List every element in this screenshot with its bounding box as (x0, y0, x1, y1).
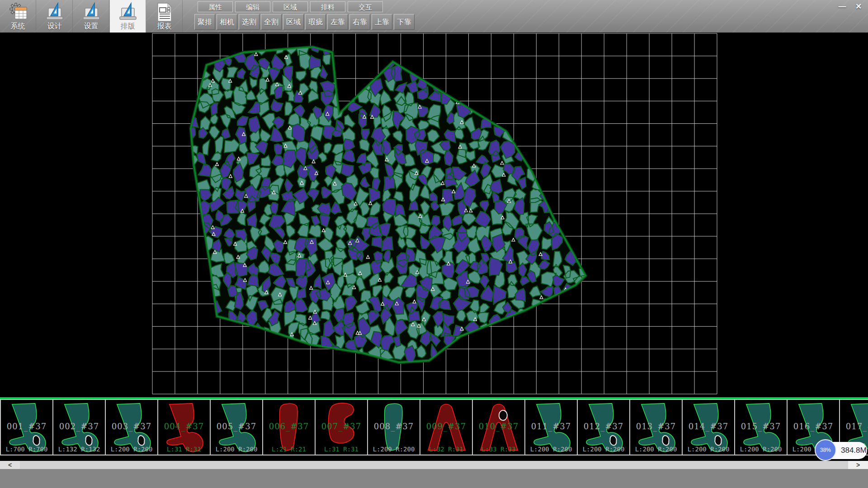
main-button-report[interactable]: 报表 (146, 0, 183, 33)
piece-label: 008_#37 (368, 422, 420, 431)
status-bar (0, 469, 868, 488)
tool-button-9[interactable]: 下靠 (394, 14, 415, 30)
piece-thumbnail-010_#37[interactable]: 010_#37L:33 R:33 (472, 399, 525, 455)
piece-label: 016_#37 (788, 422, 839, 431)
tool-button-5[interactable]: 瑕疵 (305, 14, 326, 30)
laptop-ruler-icon (44, 2, 65, 23)
piece-label: 012_#37 (578, 422, 629, 431)
piece-thumbnail-009_#37[interactable]: 009_#37L:32 R:31 (420, 399, 473, 455)
main-button-system[interactable]: 系统 (0, 0, 36, 33)
piece-counts: L:200 R:200 (578, 446, 629, 453)
piece-counts: L:31 R:31 (158, 446, 210, 453)
tool-button-6[interactable]: 左靠 (327, 14, 348, 30)
menu-item-3[interactable]: 排料 (310, 1, 345, 12)
nesting-app-window: 系统设计设置排版报表 属性编辑区域排料交互 聚排相机选割全割区域瑕疵左靠右靠上靠… (0, 0, 868, 488)
piece-thumbnail-002_#37[interactable]: 002_#37L:132 R:132 (52, 399, 106, 455)
main-button-nesting[interactable]: 排版 (110, 0, 146, 33)
main-button-design[interactable]: 设计 (37, 0, 73, 33)
piece-label: 001_#37 (1, 422, 52, 431)
piece-counts: L:700 R:700 (1, 446, 52, 453)
main-toolbar: 系统设计设置排版报表 属性编辑区域排料交互 聚排相机选割全割区域瑕疵左靠右靠上靠… (0, 0, 868, 33)
laptop-ruler-icon (118, 2, 138, 23)
menu-bar: 属性编辑区域排料交互 (198, 1, 383, 13)
tool-bar: 聚排相机选割全割区域瑕疵左靠右靠上靠下靠 (194, 14, 415, 30)
nesting-canvas[interactable] (0, 33, 868, 397)
piece-counts: L:32 R:31 (420, 446, 472, 453)
main-button-settings[interactable]: 设置 (73, 0, 109, 33)
horizontal-scrollbar[interactable]: < > (0, 461, 868, 469)
piece-label: 002_#37 (53, 422, 105, 431)
scroll-left-arrow-icon[interactable]: < (0, 461, 20, 469)
tool-button-0[interactable]: 聚排 (194, 14, 215, 30)
gear-table-icon (8, 2, 28, 23)
pieces-thumbnail-cells: 001_#37L:700 R:700002_#37L:132 R:132003_… (0, 399, 868, 455)
piece-thumbnail-008_#37[interactable]: 008_#37L:200 R:200 (367, 399, 420, 455)
piece-counts: L:200 R:200 (368, 446, 420, 453)
piece-label: 010_#37 (473, 422, 524, 431)
piece-counts: L:200 R:200 (735, 446, 787, 453)
menu-item-4[interactable]: 交互 (348, 1, 383, 12)
tool-button-2[interactable]: 选割 (239, 14, 259, 30)
nested-pieces (182, 37, 593, 366)
piece-thumbnail-004_#37[interactable]: 004_#37L:31 R:31 (157, 399, 211, 455)
main-button-label: 系统 (0, 22, 36, 31)
main-button-label: 设计 (37, 22, 72, 31)
piece-thumbnail-001_#37[interactable]: 001_#37L:700 R:700 (0, 399, 53, 455)
close-button[interactable]: ✕ (852, 1, 865, 12)
piece-thumbnail-014_#37[interactable]: 014_#37L:200 R:200 (682, 399, 735, 455)
tool-button-4[interactable]: 区域 (283, 14, 304, 30)
scroll-right-arrow-icon[interactable]: > (848, 461, 868, 469)
minimize-button[interactable]: — (835, 1, 849, 12)
window-controls: — ✕ (835, 1, 865, 12)
piece-counts: L:200 R:200 (630, 446, 682, 453)
main-button-label: 报表 (146, 22, 182, 31)
piece-thumbnail-013_#37[interactable]: 013_#37L:200 R:200 (629, 399, 683, 455)
piece-thumbnail-006_#37[interactable]: 006_#37L:21 R:21 (262, 399, 316, 455)
piece-thumbnail-012_#37[interactable]: 012_#37L:200 R:200 (577, 399, 630, 455)
piece-thumbnail-007_#37[interactable]: 007_#37L:31 R:31 (315, 399, 368, 455)
nesting-drawing (0, 33, 868, 397)
piece-label: 003_#37 (106, 422, 157, 431)
piece-counts: L:33 R:33 (473, 446, 524, 453)
piece-counts: L:200 R:200 (525, 446, 577, 453)
piece-thumbnail-011_#37[interactable]: 011_#37L:200 R:200 (524, 399, 578, 455)
piece-thumbnail-003_#37[interactable]: 003_#37L:200 R:200 (105, 399, 158, 455)
menu-item-0[interactable]: 属性 (198, 1, 233, 12)
piece-counts: L:132 R:132 (53, 446, 105, 453)
piece-label: 017_#37 (840, 422, 868, 431)
progress-percent-circle: 38% (815, 439, 836, 461)
tool-button-3[interactable]: 全割 (261, 14, 282, 30)
piece-label: 011_#37 (525, 422, 577, 431)
piece-label: 007_#37 (316, 422, 367, 431)
piece-label: 009_#37 (420, 422, 472, 431)
laptop-ruler-icon (81, 2, 102, 23)
report-icon (154, 2, 175, 23)
main-button-label: 排版 (110, 22, 146, 31)
piece-counts: L:200 R:200 (106, 446, 157, 453)
piece-label: 006_#37 (263, 422, 315, 431)
piece-counts: L:200 R:200 (211, 446, 262, 453)
piece-counts: L:21 R:21 (263, 446, 315, 453)
piece-label: 015_#37 (735, 422, 787, 431)
memory-value: 384.8M (841, 442, 867, 459)
tool-button-8[interactable]: 上靠 (372, 14, 392, 30)
piece-counts: L:200 R:200 (683, 446, 734, 453)
tool-button-7[interactable]: 右靠 (349, 14, 370, 30)
piece-thumbnail-005_#37[interactable]: 005_#37L:200 R:200 (210, 399, 263, 455)
piece-label: 014_#37 (683, 422, 734, 431)
menu-item-1[interactable]: 编辑 (235, 1, 270, 12)
piece-counts: L:31 R:31 (316, 446, 367, 453)
memory-usage-badge: 38% 384.8M (815, 439, 868, 462)
tool-button-1[interactable]: 相机 (217, 14, 237, 30)
piece-label: 004_#37 (158, 422, 210, 431)
menu-item-2[interactable]: 区域 (273, 1, 308, 12)
main-button-label: 设置 (73, 22, 109, 31)
piece-thumbnail-015_#37[interactable]: 015_#37L:200 R:200 (734, 399, 788, 455)
piece-label: 005_#37 (211, 422, 262, 431)
piece-label: 013_#37 (630, 422, 682, 431)
pieces-thumbnail-strip: 001_#37L:700 R:700002_#37L:132 R:132003_… (0, 397, 868, 461)
